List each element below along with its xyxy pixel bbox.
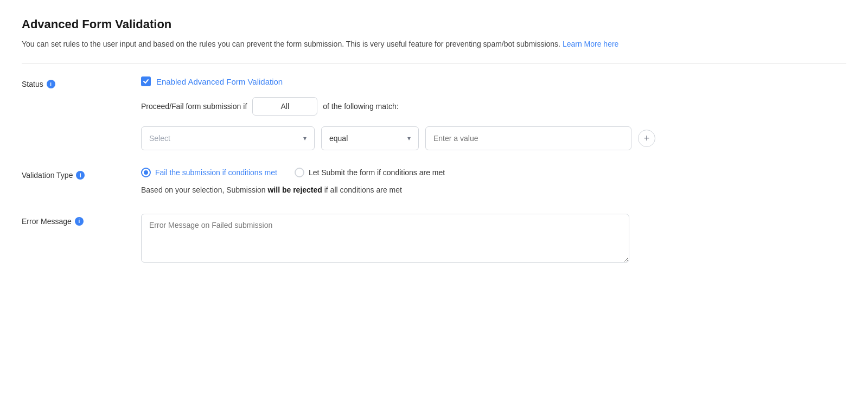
let-submit-label: Let Submit the form if conditions are me… [309, 168, 445, 177]
rule-row: Select ▾ equal ▾ + [141, 126, 846, 150]
validation-type-label: Validation Type [22, 171, 73, 180]
validation-type-label-col: Validation Type i [22, 168, 141, 180]
page-description: You can set rules to the user input and … [22, 38, 846, 50]
all-dropdown[interactable]: All [252, 97, 317, 116]
description-bold: will be rejected [267, 186, 322, 194]
validation-type-info-icon[interactable]: i [76, 171, 85, 180]
proceed-text-after: of the following match: [323, 102, 398, 111]
error-message-section: Error Message i [22, 214, 846, 264]
proceed-text-before: Proceed/Fail form submission if [141, 102, 247, 111]
radio-group: Fail the submission if conditions met Le… [141, 168, 846, 177]
error-message-textarea[interactable] [141, 214, 629, 263]
field-select-placeholder: Select [149, 134, 170, 143]
operator-select-dropdown[interactable]: equal ▾ [321, 126, 419, 150]
status-section: Status i Enabled Advanced Form Validatio… [22, 76, 846, 150]
page-title: Advanced Form Validation [22, 17, 846, 31]
value-input[interactable] [425, 126, 631, 150]
learn-more-link[interactable]: Learn More here [563, 40, 619, 48]
error-message-content [141, 214, 846, 264]
section-divider [22, 63, 846, 63]
validation-type-content: Fail the submission if conditions met Le… [141, 168, 846, 196]
checkmark-icon [143, 78, 149, 85]
let-submit-option[interactable]: Let Submit the form if conditions are me… [295, 168, 445, 177]
status-info-icon[interactable]: i [47, 80, 55, 88]
let-submit-radio[interactable] [295, 168, 304, 177]
add-condition-button[interactable]: + [638, 130, 655, 147]
validation-description: Based on your selection, Submission will… [141, 184, 846, 196]
fail-submission-option[interactable]: Fail the submission if conditions met [141, 168, 277, 177]
add-icon: + [644, 133, 650, 144]
validation-type-section: Validation Type i Fail the submission if… [22, 168, 846, 196]
error-message-info-icon[interactable]: i [75, 217, 84, 226]
all-value: All [281, 102, 290, 111]
status-content: Enabled Advanced Form Validation Proceed… [141, 76, 846, 150]
description-prefix: Based on your selection, Submission [141, 186, 267, 194]
enable-validation-row: Enabled Advanced Form Validation [141, 76, 846, 86]
description-text: You can set rules to the user input and … [22, 40, 560, 48]
operator-chevron-icon: ▾ [407, 135, 411, 142]
field-select-chevron-icon: ▾ [303, 135, 307, 142]
field-select-dropdown[interactable]: Select ▾ [141, 126, 315, 150]
status-label: Status [22, 80, 43, 88]
status-label-col: Status i [22, 76, 141, 88]
description-suffix: if all conditions are met [322, 186, 402, 194]
enable-validation-label[interactable]: Enabled Advanced Form Validation [156, 77, 283, 86]
enable-validation-checkbox[interactable] [141, 76, 151, 86]
operator-value: equal [329, 134, 348, 143]
fail-submission-radio[interactable] [141, 168, 151, 177]
error-message-label: Error Message [22, 217, 72, 226]
fail-submission-label: Fail the submission if conditions met [155, 168, 277, 177]
error-message-label-col: Error Message i [22, 214, 141, 226]
condition-row: Proceed/Fail form submission if All of t… [141, 97, 846, 116]
